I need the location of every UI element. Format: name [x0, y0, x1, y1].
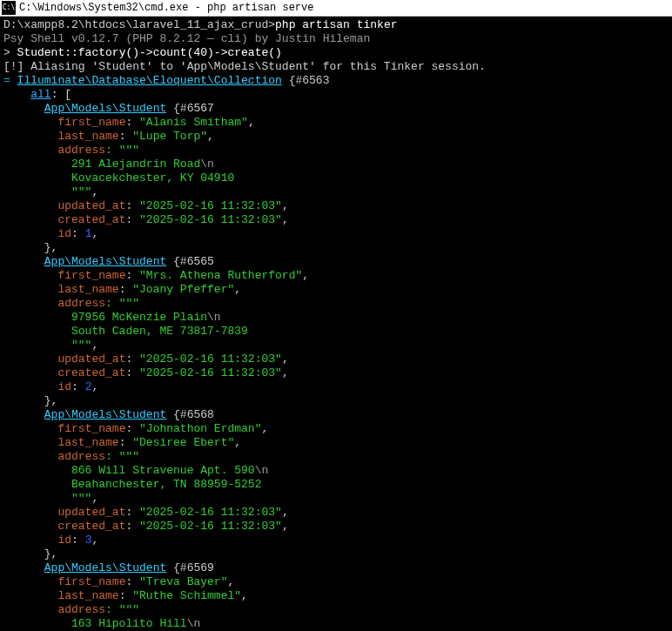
- field-created-at: created_at: "2025-02-16 11:32:03",: [3, 213, 669, 227]
- field-updated-at: updated_at: "2025-02-16 11:32:03",: [3, 352, 669, 366]
- window-title: C:\Windows\System32\cmd.exe - php artisa…: [19, 1, 313, 15]
- address-line1: 97956 McKenzie Plain\n: [3, 311, 669, 325]
- address-line1: 866 Will Stravenue Apt. 590\n: [3, 464, 669, 478]
- collection-class: Illuminate\Database\Eloquent\Collection: [17, 74, 282, 87]
- field-id: id: 1,: [3, 227, 669, 241]
- field-last-name: last_name: "Ruthe Schimmel",: [3, 589, 669, 603]
- close-brace: },: [3, 547, 669, 561]
- address-line2: Kovacekchester, KY 04910: [3, 171, 669, 185]
- address-line1: 163 Hipolito Hill\n: [3, 617, 669, 631]
- collection-header: = Illuminate\Database\Eloquent\Collectio…: [3, 74, 669, 88]
- field-first-name: first_name: "Johnathon Erdman",: [3, 422, 669, 436]
- address-close: """,: [3, 339, 669, 352]
- cwd-path: D:\xampp8.2\htdocs\laravel_11_ajax_crud>: [3, 18, 275, 31]
- terminal-output[interactable]: D:\xampp8.2\htdocs\laravel_11_ajax_crud>…: [0, 17, 672, 631]
- all-key: all: [30, 88, 50, 101]
- field-last-name: last_name: "Lupe Torp",: [3, 130, 669, 144]
- cmd-icon: C:\: [2, 1, 16, 15]
- window-title-bar: C:\ C:\Windows\System32\cmd.exe - php ar…: [0, 0, 672, 17]
- address-line2: South Caden, ME 73817-7839: [3, 325, 669, 339]
- command-text: php artisan tinker: [275, 18, 397, 31]
- model-class: App\Models\Student: [44, 561, 166, 574]
- tinker-prompt: >: [3, 46, 17, 59]
- model-class: App\Models\Student: [44, 255, 166, 268]
- all-key-line: all: [: [3, 88, 669, 102]
- field-first-name: first_name: "Mrs. Athena Rutherford",: [3, 269, 669, 283]
- address-close: """,: [3, 492, 669, 506]
- close-brace: },: [3, 394, 669, 408]
- model-class: App\Models\Student: [44, 408, 166, 421]
- field-last-name: last_name: "Desiree Ebert",: [3, 436, 669, 450]
- model-header: App\Models\Student {#6567: [3, 102, 669, 116]
- field-address-open: address: """: [3, 603, 669, 617]
- field-id: id: 2,: [3, 380, 669, 394]
- field-first-name: first_name: "Treva Bayer",: [3, 575, 669, 589]
- field-first-name: first_name: "Alanis Smitham",: [3, 116, 669, 130]
- field-created-at: created_at: "2025-02-16 11:32:03",: [3, 520, 669, 534]
- field-last-name: last_name: "Joany Pfeffer",: [3, 283, 669, 297]
- model-class: App\Models\Student: [44, 102, 166, 115]
- field-updated-at: updated_at: "2025-02-16 11:32:03",: [3, 506, 669, 520]
- address-close: """,: [3, 185, 669, 199]
- tinker-input: Student::factory()->count(40)->create(): [17, 46, 282, 59]
- field-address-open: address: """: [3, 297, 669, 311]
- field-address-open: address: """: [3, 144, 669, 158]
- address-line2: Beahanchester, TN 88959-5252: [3, 478, 669, 492]
- model-header: App\Models\Student {#6565: [3, 255, 669, 269]
- address-line1: 291 Alejandrin Road\n: [3, 158, 669, 171]
- model-header: App\Models\Student {#6569: [3, 561, 669, 575]
- prompt-line: D:\xampp8.2\htdocs\laravel_11_ajax_crud>…: [3, 18, 669, 32]
- field-id: id: 3,: [3, 534, 669, 547]
- equals-sign: =: [3, 74, 17, 87]
- field-updated-at: updated_at: "2025-02-16 11:32:03",: [3, 199, 669, 213]
- field-created-at: created_at: "2025-02-16 11:32:03",: [3, 366, 669, 380]
- field-address-open: address: """: [3, 450, 669, 464]
- psy-shell-info: Psy Shell v0.12.7 (PHP 8.2.12 — cli) by …: [3, 32, 669, 46]
- tinker-command-line: > Student::factory()->count(40)->create(…: [3, 46, 669, 60]
- all-bracket: : [: [51, 88, 71, 101]
- close-brace: },: [3, 241, 669, 255]
- model-header: App\Models\Student {#6568: [3, 408, 669, 422]
- alias-message: [!] Aliasing 'Student' to 'App\Models\St…: [3, 60, 669, 74]
- collection-hash: {#6563: [282, 74, 330, 87]
